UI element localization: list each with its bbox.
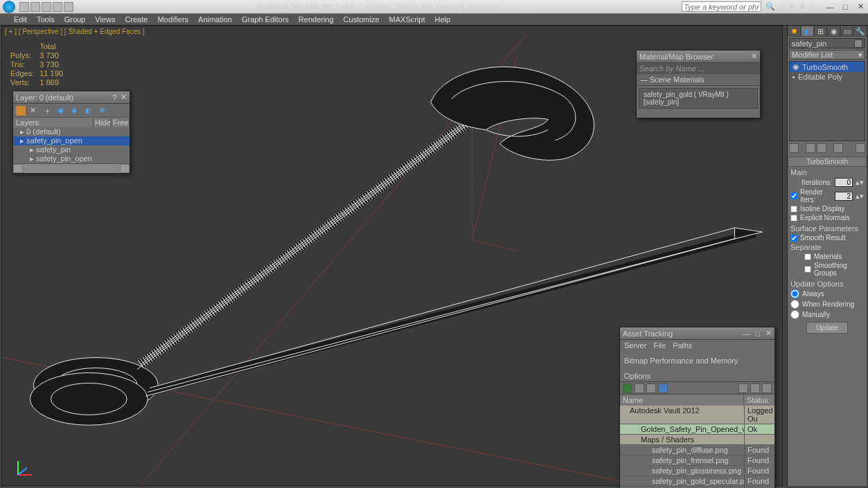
asset-row[interactable]: safety_pin_diffuse.pngFound xyxy=(620,445,774,455)
maximize-button[interactable]: □ xyxy=(838,1,853,12)
select-objects-icon[interactable]: ◈ xyxy=(71,106,81,116)
app-logo-icon[interactable] xyxy=(3,1,15,13)
asset-row[interactable]: safety_pin_gold_specular.pngFound xyxy=(620,476,774,487)
make-unique-icon[interactable] xyxy=(817,143,826,153)
layer-row[interactable]: ▸ safety_pin xyxy=(13,145,130,154)
close-button[interactable]: ✕ xyxy=(853,1,868,12)
layer-scrollbar[interactable] xyxy=(13,163,130,173)
modifier-list-dropdown[interactable]: Modifier List▾ xyxy=(789,50,865,60)
spinner-arrows-icon[interactable]: ▴▾ xyxy=(856,178,864,187)
menu-animation[interactable]: Animation xyxy=(198,15,232,24)
minimize-icon[interactable]: — xyxy=(742,329,750,338)
remove-modifier-icon[interactable] xyxy=(833,143,843,153)
layer-row[interactable]: ▸ safety_pin_open xyxy=(13,136,130,145)
tab-modify-icon[interactable]: ◐ xyxy=(801,26,814,37)
hide-unhide-icon[interactable]: ◐ xyxy=(85,106,95,116)
tree-view-icon[interactable] xyxy=(635,383,644,393)
update-rendering-radio[interactable] xyxy=(790,300,799,309)
asset-menu-paths[interactable]: Paths xyxy=(673,341,692,350)
qat-redo-icon[interactable] xyxy=(64,2,73,12)
close-icon[interactable]: ✕ xyxy=(121,93,127,102)
explicit-normals-checkbox[interactable] xyxy=(790,215,797,222)
new-layer-icon[interactable] xyxy=(16,106,26,116)
asset-menu-bitmap[interactable]: Bitmap Performance and Memory xyxy=(624,356,738,365)
update-always-radio[interactable] xyxy=(790,289,799,298)
add-to-layer-icon[interactable]: ＋ xyxy=(44,106,53,116)
sep-materials-checkbox[interactable] xyxy=(804,253,811,260)
render-iters-checkbox[interactable] xyxy=(790,192,797,199)
smooth-result-checkbox[interactable] xyxy=(790,235,797,242)
minimize-button[interactable]: — xyxy=(822,1,838,12)
layer-panel-title[interactable]: Layer: 0 (default) ? ✕ xyxy=(13,91,130,104)
table-view-icon[interactable] xyxy=(658,383,668,393)
update-manually-radio[interactable] xyxy=(790,310,799,319)
tab-display-icon[interactable]: ▭ xyxy=(840,26,853,37)
rollout-title[interactable]: TurboSmooth xyxy=(788,156,867,167)
favorite-icon[interactable]: ★ xyxy=(799,2,806,11)
tab-create-icon[interactable]: ✹ xyxy=(788,26,801,37)
update-button[interactable]: Update xyxy=(806,322,848,334)
scroll-left-icon[interactable] xyxy=(13,164,23,173)
object-name-input[interactable]: safety_pin xyxy=(789,38,865,48)
asset-menu-server[interactable]: Server xyxy=(624,341,646,350)
help-icon[interactable]: ? xyxy=(810,2,814,11)
qat-new-icon[interactable] xyxy=(19,2,29,12)
maximize-icon[interactable]: □ xyxy=(755,329,760,338)
show-end-result-icon[interactable] xyxy=(806,143,815,153)
help-search-input[interactable] xyxy=(682,1,761,12)
select-highlight-icon[interactable]: ◉ xyxy=(57,106,67,116)
material-item[interactable]: safety_pin_gold ( VRayMtl ) [safety_pin] xyxy=(639,88,758,109)
layer-row[interactable]: ▸ safety_pin_open xyxy=(13,154,130,163)
material-search-input[interactable]: Search by Name ... xyxy=(637,63,760,73)
iterations-spinner[interactable]: 0 xyxy=(835,178,853,187)
freeze-unfreeze-icon[interactable]: ❄ xyxy=(99,106,109,116)
menu-graph-editors[interactable]: Graph Editors xyxy=(242,15,289,24)
menu-edit[interactable]: Edit xyxy=(14,15,27,24)
delete-layer-icon[interactable]: ✕ xyxy=(30,106,39,116)
close-icon[interactable]: ✕ xyxy=(765,329,772,338)
highlight-icon[interactable] xyxy=(738,383,748,393)
menu-tools[interactable]: Tools xyxy=(37,15,55,24)
modifier-stack[interactable]: ◉TurboSmooth ▪Editable Poly xyxy=(789,61,865,141)
menu-help[interactable]: Help xyxy=(435,15,451,24)
pin-stack-icon[interactable] xyxy=(789,143,799,153)
tab-utilities-icon[interactable]: 🔧 xyxy=(853,26,867,37)
stack-item-turbosmooth[interactable]: ◉TurboSmooth xyxy=(790,62,865,72)
qat-open-icon[interactable] xyxy=(30,2,40,12)
tab-motion-icon[interactable]: ◉ xyxy=(827,26,840,37)
asset-panel-title[interactable]: Asset Tracking — □ ✕ xyxy=(620,327,774,340)
close-icon[interactable]: ✕ xyxy=(751,52,757,61)
menu-group[interactable]: Group xyxy=(64,15,86,24)
bulb-icon[interactable]: ◉ xyxy=(792,62,799,71)
options-icon[interactable] xyxy=(750,383,760,393)
asset-row[interactable]: safety_pin_frensel.pngFound xyxy=(620,455,774,466)
list-view-icon[interactable] xyxy=(646,383,656,393)
asset-row[interactable]: Maps / Shaders xyxy=(620,435,774,445)
menu-rendering[interactable]: Rendering xyxy=(299,15,334,24)
material-group-header[interactable]: — Scene Materials xyxy=(637,73,760,86)
asset-menu-file[interactable]: File xyxy=(653,341,666,350)
menu-maxscript[interactable]: MAXScript xyxy=(389,15,425,24)
render-iters-spinner[interactable]: 2 xyxy=(835,192,853,201)
menu-modifiers[interactable]: Modifiers xyxy=(157,15,188,24)
subscription-icon[interactable]: ⌂ xyxy=(779,2,784,11)
sep-smoothing-checkbox[interactable] xyxy=(804,266,811,273)
scroll-right-icon[interactable] xyxy=(120,164,130,173)
spinner-arrows-icon[interactable]: ▴▾ xyxy=(856,192,864,201)
qat-save-icon[interactable] xyxy=(42,2,51,12)
tab-hierarchy-icon[interactable]: ⊞ xyxy=(814,26,827,37)
menu-create[interactable]: Create xyxy=(125,15,148,24)
asset-row[interactable]: safety_pin_glossiness.pngFound xyxy=(620,466,774,476)
menu-customize[interactable]: Customize xyxy=(344,15,380,24)
color-swatch[interactable] xyxy=(854,39,862,48)
exchange-icon[interactable]: ✦ xyxy=(788,2,795,11)
asset-row[interactable]: Autodesk Vault 2012Logged Ou xyxy=(620,406,774,424)
qat-undo-icon[interactable] xyxy=(53,2,62,12)
asset-row[interactable]: Golden_Safety_Pin_Opened_vray.maxOk xyxy=(620,424,774,435)
layer-row[interactable]: ▸ 0 (default) xyxy=(13,127,130,136)
stack-item-editable-poly[interactable]: ▪Editable Poly xyxy=(790,72,865,82)
configure-sets-icon[interactable] xyxy=(856,143,865,153)
isoline-checkbox[interactable] xyxy=(790,206,797,213)
status-icon[interactable] xyxy=(762,383,772,393)
asset-menu-options[interactable]: Options xyxy=(624,372,650,380)
